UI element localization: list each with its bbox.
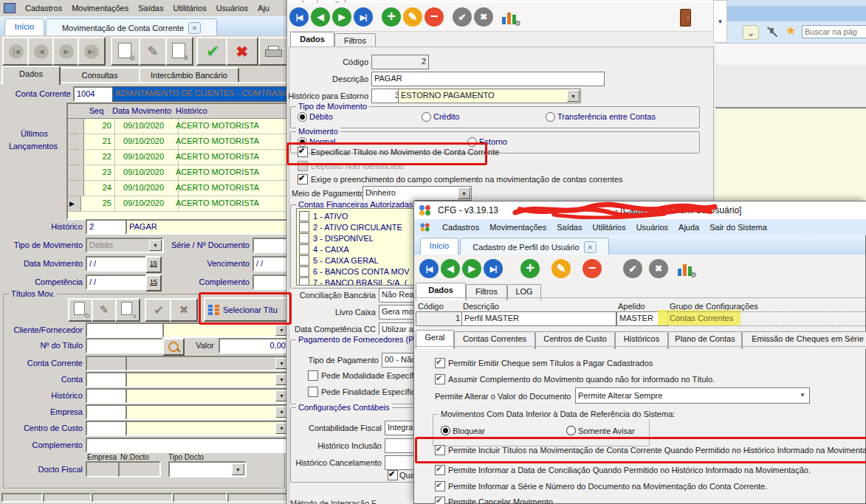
- confirm-button[interactable]: ✔: [196, 37, 229, 66]
- menu-movimentacoes[interactable]: Movimentações: [72, 4, 128, 13]
- docto-empresa-field[interactable]: [86, 461, 123, 477]
- new-record-button[interactable]: ⚙: [111, 37, 140, 66]
- nav-next-button[interactable]: [332, 7, 351, 27]
- descricao-field[interactable]: PAGAR: [371, 72, 605, 86]
- menu-saidas[interactable]: Saídas: [557, 223, 582, 232]
- list-item[interactable]: 5 - CAIXA GERAL: [313, 256, 379, 266]
- titulos-edit-button[interactable]: ✎: [92, 298, 117, 322]
- menu-cadastros[interactable]: Cadastros: [25, 4, 62, 13]
- nav-prev-button[interactable]: [441, 259, 460, 278]
- titulos-historico-code[interactable]: [86, 388, 130, 404]
- empresa-code-field[interactable]: [86, 404, 130, 420]
- cliente-combo[interactable]: [162, 322, 290, 338]
- toolbar-overflow-strip[interactable]: [713, 0, 727, 43]
- confirm-button[interactable]: [453, 7, 472, 27]
- cancel-button[interactable]: [474, 7, 493, 27]
- list-item[interactable]: 3 - DISPONÍVEL: [313, 234, 374, 244]
- titulos-historico-combo[interactable]: [126, 388, 290, 404]
- search-input[interactable]: [802, 25, 866, 38]
- nav-last-button[interactable]: [484, 259, 503, 278]
- radio-somente-avisar[interactable]: [566, 426, 576, 435]
- menu-sair[interactable]: Sair do Sistema: [709, 223, 767, 232]
- checkbox-pede-modalidade[interactable]: [308, 370, 318, 381]
- menu-saidas[interactable]: Saídas: [138, 4, 163, 13]
- dropdown-arrow-icon[interactable]: [715, 18, 726, 25]
- tipo-movimento-combo[interactable]: Débito: [86, 238, 164, 253]
- menu-usuarios[interactable]: Usuários: [636, 223, 668, 232]
- conta-code-field[interactable]: [86, 372, 130, 387]
- list-item[interactable]: 1 - ATIVO: [313, 212, 348, 221]
- cancel-button[interactable]: [649, 259, 668, 278]
- radio-debito[interactable]: [298, 112, 307, 122]
- centro-custo-combo[interactable]: [126, 421, 290, 436]
- checkbox-conta[interactable]: [299, 277, 309, 286]
- nav-prev-button[interactable]: [311, 7, 330, 27]
- nav-last-button[interactable]: ▶|: [78, 37, 106, 66]
- list-item[interactable]: 4 - CAIXA: [313, 245, 349, 255]
- menu-utilitarios[interactable]: Utilitários: [592, 223, 625, 232]
- cancel-button[interactable]: ✖: [226, 37, 258, 66]
- checkbox-conta[interactable]: [299, 233, 309, 244]
- nav-prev-button[interactable]: ◀: [27, 37, 55, 66]
- docto-nr-field[interactable]: [118, 461, 161, 477]
- radio-credito[interactable]: [422, 112, 431, 122]
- titulos-cancel-button[interactable]: ✖: [170, 298, 198, 322]
- numero-titulo-field[interactable]: [86, 338, 167, 353]
- tab-cadastro-perfil[interactable]: Cadastro de Perfil do Usuário: [460, 238, 609, 255]
- radio-transferencia[interactable]: [546, 112, 555, 122]
- nav-first-button[interactable]: [289, 7, 309, 27]
- dropdown-arrow-icon[interactable]: [567, 90, 580, 102]
- chevron-down-icon[interactable]: [797, 389, 808, 402]
- pin-disabled-icon[interactable]: [766, 27, 777, 37]
- buscar-titulo-button[interactable]: [162, 338, 185, 356]
- add-button[interactable]: [520, 259, 540, 278]
- historico-desc-field[interactable]: PAGAR: [126, 219, 289, 235]
- close-tab-icon[interactable]: [584, 241, 597, 253]
- chevron-badge-button[interactable]: [743, 25, 759, 40]
- dropdown-arrow-icon[interactable]: [232, 463, 244, 475]
- menu-ajuda[interactable]: Aju: [258, 4, 269, 13]
- checkbox-pede-finalidade[interactable]: [308, 387, 318, 397]
- list-item[interactable]: 7 - BANCO BRASIL S/A. (: [313, 278, 407, 286]
- checkbox-conta[interactable]: [299, 255, 309, 266]
- add-button[interactable]: [382, 7, 401, 27]
- tab-dados[interactable]: Dados: [1, 66, 61, 85]
- menu-cadastros[interactable]: Cadastros: [442, 223, 479, 232]
- list-item[interactable]: 2 - ATIVO CIRCULANTE: [313, 223, 402, 232]
- tab-movimentacao-conta-corrente[interactable]: Movimentação de Conta Corrente: [46, 18, 217, 36]
- nav-first-button[interactable]: |◀: [2, 37, 30, 66]
- checkbox-conta[interactable]: [299, 266, 309, 277]
- valor-field[interactable]: 0,00: [219, 338, 289, 353]
- chart-icon[interactable]: [677, 260, 695, 277]
- menu-ajuda[interactable]: Ajuda: [678, 223, 699, 232]
- edit-button[interactable]: [403, 7, 422, 27]
- conta-combo[interactable]: [126, 372, 290, 387]
- titulos-conta-corrente-combo[interactable]: [126, 356, 290, 371]
- nav-last-button[interactable]: [354, 7, 373, 27]
- list-item[interactable]: 6 - BANCOS CONTA MOV: [313, 267, 410, 277]
- dropdown-arrow-icon[interactable]: [149, 240, 162, 251]
- codigo-field[interactable]: 2: [371, 55, 429, 69]
- codigo-field[interactable]: 1: [416, 311, 463, 326]
- print-button[interactable]: [258, 37, 288, 66]
- titulos-new-button[interactable]: ⚙: [68, 298, 93, 322]
- checkbox-permite-informar-conciliacao[interactable]: [435, 465, 445, 475]
- vencimento-field[interactable]: / /: [252, 256, 291, 272]
- data-movimento-field[interactable]: / /: [86, 256, 149, 272]
- delete-record-button[interactable]: x: [165, 37, 193, 66]
- menu-usuarios[interactable]: Usuários: [216, 4, 248, 13]
- titulos-complemento-field[interactable]: [86, 438, 290, 453]
- checkbox-conta[interactable]: [299, 211, 309, 221]
- delete-button[interactable]: [583, 259, 602, 278]
- titulos-confirm-button[interactable]: ✔: [145, 298, 173, 322]
- nav-first-button[interactable]: [419, 259, 439, 278]
- descricao-field[interactable]: Perfil MASTER: [461, 311, 616, 326]
- cliente-code-field[interactable]: [86, 322, 167, 338]
- edit-button[interactable]: [551, 259, 571, 278]
- complemento-field[interactable]: [252, 275, 291, 290]
- grupo-configuracoes-field[interactable]: Contas Correntes: [667, 311, 866, 326]
- ultimos-lancamentos-grid[interactable]: Seq Data Movimento Histórico 20 09/10/20…: [66, 103, 288, 220]
- nav-next-button[interactable]: [462, 259, 481, 278]
- checkbox-exige-complemento[interactable]: [298, 174, 308, 184]
- checkbox-quantidade[interactable]: [388, 470, 398, 480]
